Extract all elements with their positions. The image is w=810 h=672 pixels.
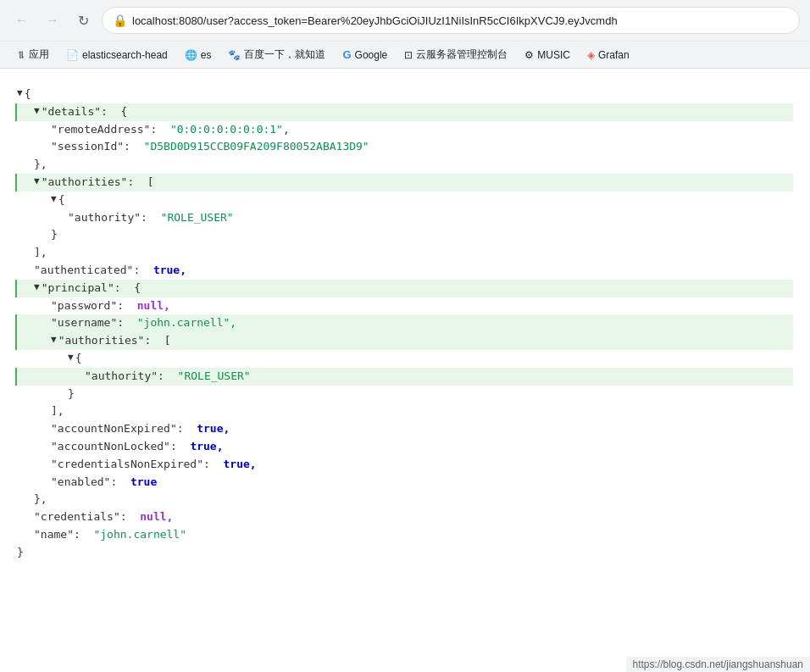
auth-obj-open-1-line: ▼ {	[17, 192, 793, 209]
authorities-principal-key: "authorities"	[58, 332, 145, 350]
bookmark-baidu[interactable]: 🐾 百度一下，就知道	[221, 45, 332, 64]
authorities-principal-open-line: ▼ "authorities" : [	[15, 332, 793, 350]
account-non-expired-val: true,	[197, 420, 230, 438]
credentials-val: null,	[140, 508, 173, 526]
bookmarks-bar: ⥮ 应用 📄 elasticsearch-head 🌐 es 🐾 百度一下，就知…	[0, 41, 810, 68]
session-id-val: "D5BD0D915CCB09FA209F80052ABA13D9"	[144, 138, 369, 156]
credentials-key: "credentials"	[34, 508, 120, 526]
music-icon: ⚙	[524, 49, 534, 61]
authority-principal-val: "ROLE_USER"	[178, 368, 251, 386]
credentials-line: "credentials" : null,	[17, 508, 793, 526]
bookmark-music-label: MUSIC	[537, 49, 570, 61]
credentials-non-expired-line: "credentialsNonExpired" : true,	[17, 456, 793, 474]
grafana-icon: ◈	[587, 49, 595, 61]
apps-icon: ⥮	[17, 49, 25, 61]
bookmark-cloud[interactable]: ⊡ 云服务器管理控制台	[397, 45, 514, 64]
authority-principal-key: "authority"	[85, 368, 158, 386]
session-id-line: "sessionId" : "D5BD0D915CCB09FA209F80052…	[17, 138, 793, 156]
enabled-key: "enabled"	[51, 474, 110, 492]
bookmark-elasticsearch-label: elasticsearch-head	[82, 49, 168, 61]
principal-open-line: ▼ "principal" : {	[15, 280, 793, 297]
bookmark-music[interactable]: ⚙ MUSIC	[518, 47, 577, 64]
bookmark-es[interactable]: 🌐 es	[178, 47, 219, 64]
bookmark-elasticsearch[interactable]: 📄 elasticsearch-head	[59, 47, 175, 64]
password-key: "password"	[51, 297, 117, 315]
bookmark-grafana-label: Grafan	[598, 49, 630, 61]
reload-button[interactable]: ↻	[71, 8, 95, 32]
username-val: "john.carnell",	[137, 314, 236, 332]
principal-toggle[interactable]: ▼	[34, 280, 40, 295]
bookmark-google-label: Google	[355, 49, 388, 61]
authority-top-line: "authority" : "ROLE_USER"	[17, 209, 793, 227]
account-non-expired-line: "accountNonExpired" : true,	[17, 420, 793, 438]
enabled-line: "enabled" : true	[17, 474, 793, 492]
account-non-locked-line: "accountNonLocked" : true,	[17, 438, 793, 456]
authorities-principal-toggle[interactable]: ▼	[51, 332, 57, 347]
root-open-brace: {	[25, 86, 31, 103]
name-val: "john.carnell"	[93, 526, 186, 544]
bookmark-apps[interactable]: ⥮ 应用	[10, 45, 56, 64]
account-non-locked-key: "accountNonLocked"	[51, 438, 170, 456]
username-key: "username"	[51, 314, 117, 332]
details-close-line: },	[17, 156, 793, 174]
baidu-icon: 🐾	[228, 49, 241, 61]
bookmark-cloud-label: 云服务器管理控制台	[416, 47, 508, 62]
auth-obj-close-2-line: }	[17, 386, 793, 403]
principal-key: "principal"	[42, 280, 114, 297]
password-line: "password" : null,	[17, 297, 793, 315]
remote-address-line: "remoteAddress" : "0:0:0:0:0:0:0:1" ,	[17, 121, 793, 139]
authorities-top-toggle[interactable]: ▼	[34, 174, 40, 189]
bookmark-es-label: es	[201, 49, 212, 61]
authority-top-val: "ROLE_USER"	[161, 209, 234, 227]
toolbar: ← → ↻ 🔒 localhost:8080/user?access_token…	[0, 0, 810, 41]
auth-obj-close-1-line: }	[17, 226, 793, 244]
es-icon: 🌐	[185, 49, 197, 61]
auth-obj-toggle-2[interactable]: ▼	[68, 350, 74, 365]
authorities-top-open-line: ▼ "authorities" : [	[15, 174, 793, 192]
google-icon: G	[342, 48, 351, 61]
authorities-principal-close-line: ],	[17, 403, 793, 420]
username-line: "username" : "john.carnell",	[15, 314, 793, 332]
name-key: "name"	[34, 526, 74, 544]
forward-button[interactable]: →	[41, 8, 64, 32]
principal-close-line: },	[17, 491, 793, 508]
remote-address-key: "remoteAddress"	[51, 121, 150, 139]
bookmark-grafana[interactable]: ◈ Grafan	[580, 47, 636, 64]
bookmark-apps-label: 应用	[29, 47, 49, 62]
bookmark-baidu-label: 百度一下，就知道	[244, 47, 325, 62]
bookmark-google[interactable]: G Google	[336, 46, 394, 64]
session-id-key: "sessionId"	[51, 138, 124, 156]
address-bar[interactable]: 🔒 localhost:8080/user?access_token=Beare…	[102, 7, 800, 34]
authorities-top-close-line: ],	[17, 244, 793, 262]
account-non-locked-val: true,	[190, 438, 223, 456]
root-open-line: ▼ {	[17, 86, 793, 103]
credentials-non-expired-key: "credentialsNonExpired"	[51, 456, 203, 474]
details-toggle[interactable]: ▼	[34, 103, 40, 119]
password-val: null,	[137, 297, 170, 315]
browser-chrome: ← → ↻ 🔒 localhost:8080/user?access_token…	[0, 0, 810, 69]
name-line: "name" : "john.carnell"	[17, 526, 793, 544]
lock-icon: 🔒	[113, 14, 127, 27]
authenticated-key: "authenticated"	[34, 262, 133, 280]
authority-principal-line: "authority" : "ROLE_USER"	[15, 368, 793, 386]
authenticated-val: true,	[153, 262, 186, 280]
back-button[interactable]: ←	[10, 8, 34, 32]
credentials-non-expired-val: true,	[224, 456, 257, 474]
json-viewer: ▼ { ▼ "details" : { "remoteAddress" : "0…	[0, 69, 810, 579]
elasticsearch-icon: 📄	[66, 49, 79, 61]
details-key: "details"	[42, 103, 101, 121]
root-close-line: }	[17, 544, 793, 562]
account-non-expired-key: "accountNonExpired"	[51, 420, 177, 438]
root-toggle[interactable]: ▼	[17, 86, 23, 101]
auth-obj-open-2-line: ▼ {	[17, 350, 793, 368]
details-open-line: ▼ "details" : {	[15, 103, 793, 121]
authority-top-key: "authority"	[68, 209, 141, 227]
auth-obj-toggle-1[interactable]: ▼	[51, 192, 57, 207]
authorities-top-key: "authorities"	[42, 174, 128, 192]
url-text: localhost:8080/user?access_token=Bearer%…	[132, 14, 618, 27]
cloud-icon: ⊡	[404, 49, 413, 61]
authenticated-line: "authenticated" : true,	[17, 262, 793, 280]
root-close-brace: }	[17, 544, 24, 562]
enabled-val: true	[130, 474, 157, 492]
remote-address-val: "0:0:0:0:0:0:0:1"	[170, 121, 283, 139]
